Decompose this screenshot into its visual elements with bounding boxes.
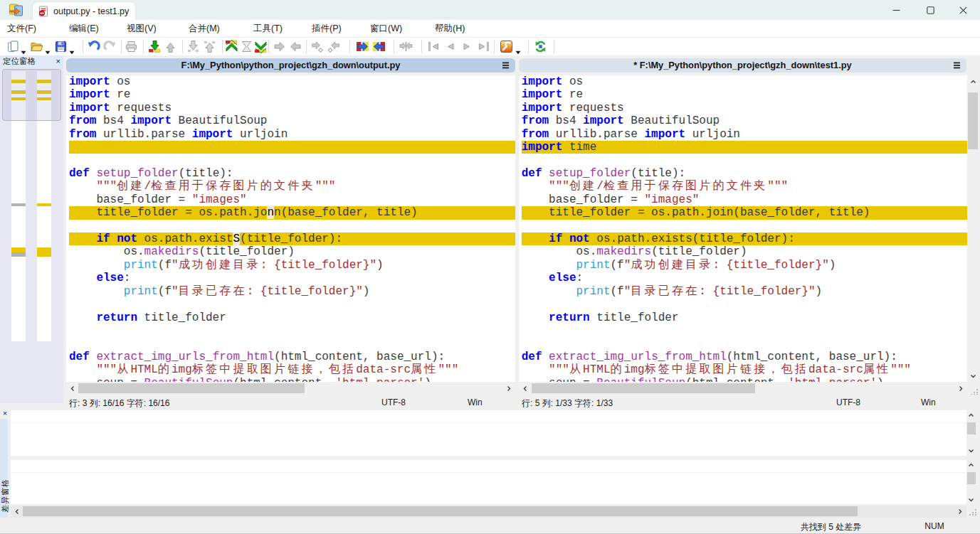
copy-left-icon[interactable] — [289, 40, 302, 53]
menu-item-7[interactable]: 窗口(W) — [370, 20, 402, 37]
code-line — [519, 154, 967, 166]
redo-icon[interactable] — [103, 40, 117, 53]
code-line: from urllib.parse import urljoin — [66, 128, 515, 141]
new-file-icon[interactable] — [6, 40, 20, 53]
plugins-icon[interactable] — [534, 40, 547, 53]
first-file-icon[interactable] — [427, 40, 441, 53]
right-code-editor[interactable]: import osimport reimport requestsfrom bs… — [519, 75, 967, 382]
code-line: soup = BeautifulSoup(html_content, 'html… — [519, 377, 967, 382]
code-line: from bs4 import BeautifulSoup — [519, 114, 967, 127]
copy-all-right-icon[interactable] — [356, 40, 369, 53]
scroll-up-icon[interactable] — [968, 412, 974, 419]
copy-all-left-icon[interactable] — [372, 40, 386, 53]
scroll-up-icon[interactable] — [968, 462, 974, 469]
previous-conflict-icon[interactable] — [203, 40, 216, 53]
scroll-right-icon[interactable] — [504, 385, 514, 392]
menu-item-3[interactable]: 视图(V) — [127, 20, 157, 37]
code-line: import requests — [66, 102, 515, 114]
diff-pane-hscroll-thumb[interactable] — [23, 506, 858, 516]
code-line: base_folder = "images" — [519, 193, 967, 206]
close-button[interactable] — [949, 0, 977, 20]
code-line: return title_folder — [519, 311, 967, 324]
right-pane-hscroll-thumb[interactable] — [532, 383, 755, 393]
menu-item-6[interactable]: 插件(P) — [312, 20, 342, 37]
previous-difference-icon[interactable] — [164, 40, 177, 53]
scroll-down-icon[interactable] — [968, 447, 974, 454]
toolbar — [0, 38, 980, 55]
winmerge-app-icon — [9, 3, 23, 18]
right-encoding: UTF-8 — [836, 397, 860, 407]
code-line: def setup_folder(title): — [519, 167, 967, 180]
location-viewport-indicator[interactable] — [2, 69, 61, 121]
scroll-right-icon[interactable] — [956, 385, 966, 392]
left-code-editor[interactable]: import osimport reimport requestsfrom bs… — [66, 75, 515, 382]
left-pane-hscroll-thumb[interactable] — [78, 383, 305, 393]
right-pane-vscroll-thumb[interactable] — [968, 92, 978, 149]
print-icon[interactable] — [125, 40, 138, 53]
menu-item-5[interactable]: 工具(T) — [253, 20, 283, 37]
code-line: print(f"成功创建目录: {title_folder}") — [519, 259, 967, 272]
left-pane-header[interactable]: F:\My_Python\python_project\gzh_down\out… — [66, 58, 515, 73]
location-pane[interactable] — [0, 68, 63, 403]
diff-right-vscroll-thumb[interactable] — [967, 472, 976, 484]
next-file-icon[interactable] — [460, 40, 474, 53]
diff-pane-left-content[interactable] — [11, 410, 966, 456]
save-file-icon[interactable] — [54, 40, 68, 53]
first-difference-icon[interactable] — [225, 40, 238, 53]
scroll-left-icon[interactable] — [12, 508, 22, 516]
toolbar-separator — [554, 40, 554, 53]
code-line: os.makedirs(title_folder) — [519, 245, 967, 258]
scroll-down-icon[interactable] — [969, 370, 976, 380]
copy-right-advance-icon[interactable] — [310, 40, 324, 53]
code-line — [519, 220, 967, 233]
dropdown-arrow-icon[interactable] — [515, 45, 521, 49]
options-icon[interactable] — [500, 40, 513, 53]
last-file-icon[interactable] — [477, 40, 490, 53]
minimize-button[interactable] — [882, 0, 910, 20]
auto-merge-icon[interactable] — [399, 40, 413, 53]
scroll-left-icon[interactable] — [68, 385, 78, 392]
copy-right-icon[interactable] — [273, 40, 286, 53]
code-line — [66, 338, 515, 351]
next-difference-icon[interactable] — [148, 40, 162, 53]
left-pane-status-bar: 行: 3 列: 16/16 字符: 16/16 UTF-8 Win — [66, 395, 515, 411]
menu-item-1[interactable]: 文件(F) — [7, 20, 36, 37]
code-line: import os — [66, 75, 515, 88]
next-conflict-icon[interactable] — [186, 40, 200, 53]
left-pane-menu-icon[interactable] — [502, 62, 509, 69]
scroll-down-icon[interactable] — [968, 496, 974, 503]
diff-left-vscroll-thumb[interactable] — [967, 422, 976, 434]
location-diff-marker — [37, 203, 51, 206]
copy-left-advance-icon[interactable] — [327, 40, 341, 53]
menu-item-4[interactable]: 合并(M) — [189, 20, 220, 37]
code-line — [66, 154, 515, 166]
location-diff-marker — [11, 252, 26, 257]
code-line: import re — [519, 88, 967, 101]
scroll-up-icon[interactable] — [969, 77, 976, 87]
dropdown-arrow-icon[interactable] — [45, 45, 51, 49]
window-tab[interactable]: output.py - test1.py — [32, 1, 136, 20]
diff-pane-right-content[interactable] — [11, 460, 966, 504]
code-line — [519, 338, 967, 351]
previous-file-icon[interactable] — [443, 40, 457, 53]
right-pane-menu-icon[interactable] — [954, 62, 960, 69]
location-pane-close-icon[interactable]: × — [56, 56, 60, 66]
scroll-right-icon[interactable] — [955, 508, 965, 516]
open-file-icon[interactable] — [30, 40, 43, 53]
diff-pane-close-icon[interactable]: × — [1, 410, 9, 417]
menu-item-8[interactable]: 帮助(H) — [435, 20, 465, 37]
dropdown-arrow-icon[interactable] — [21, 45, 26, 49]
right-pane-header[interactable]: * F:\My_Python\python_project\gzh_down\t… — [519, 58, 966, 73]
scroll-left-icon[interactable] — [520, 385, 530, 392]
last-difference-icon[interactable] — [254, 40, 268, 53]
current-difference-icon[interactable] — [240, 40, 253, 53]
toolbar-separator — [306, 40, 307, 53]
code-line: soup = BeautifulSoup(html_content, 'html… — [66, 377, 515, 382]
maximize-button[interactable] — [916, 0, 944, 20]
code-line: import os — [519, 75, 967, 88]
undo-icon[interactable] — [87, 40, 100, 53]
menu-item-2[interactable]: 编辑(E) — [69, 20, 99, 37]
dropdown-arrow-icon[interactable] — [69, 45, 75, 49]
code-line-diff: import time — [519, 141, 967, 154]
code-line: import requests — [519, 102, 967, 114]
